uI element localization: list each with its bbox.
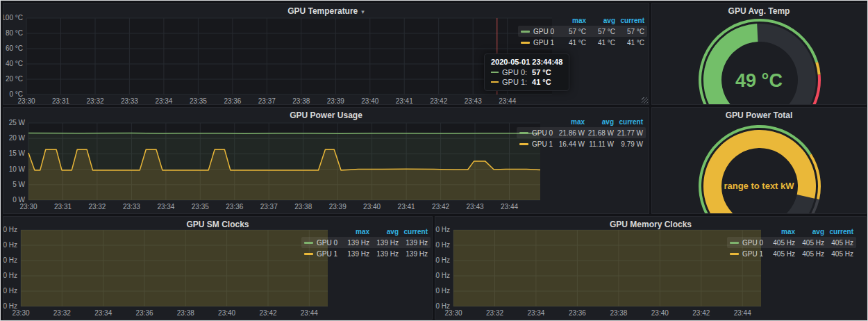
panel-title-gpu-memory-clocks[interactable]: GPU Memory Clocks: [435, 218, 866, 231]
panel-gpu-memory-clocks: GPU Memory Clocks 100 Hz80 Hz60 Hz40 Hz2…: [435, 216, 867, 320]
legend-series-label[interactable]: GPU 0: [730, 239, 766, 247]
gpu-sm-clocks-legend: maxavgcurrentGPU 0139 Hz139 Hz139 HzGPU …: [301, 226, 431, 259]
svg-text:23:34: 23:34: [155, 97, 172, 104]
gpu-power-total-gauge: [652, 122, 866, 213]
panel-title-text: GPU Power Total: [726, 110, 792, 120]
svg-text:23:40: 23:40: [361, 97, 378, 104]
legend-row: GPU 0139 Hz139 Hz139 Hz: [301, 237, 431, 248]
grafana-dashboard: GPU Temperature▾ 100 °C80 °C60 °C40 °C20…: [0, 0, 868, 321]
svg-text:60 Hz: 60 Hz: [435, 256, 450, 264]
svg-text:23:43: 23:43: [466, 203, 483, 211]
legend-column-header[interactable]: avg: [586, 17, 615, 24]
svg-text:23:40: 23:40: [651, 309, 669, 317]
legend-series-label[interactable]: GPU 0: [519, 129, 556, 137]
legend-value: 139 Hz: [399, 239, 428, 247]
svg-text:23:32: 23:32: [88, 203, 106, 211]
panel-title-gpu-sm-clocks[interactable]: GPU SM Clocks: [3, 218, 432, 231]
legend-value: 139 Hz: [340, 239, 369, 247]
svg-text:23:42: 23:42: [692, 309, 710, 317]
svg-text:60 °C: 60 °C: [6, 44, 23, 52]
legend-value: 41 °C: [586, 39, 615, 47]
chevron-down-icon: ▾: [361, 8, 365, 15]
panel-title-gpu-avg-temp[interactable]: GPU Avg. Temp: [652, 5, 866, 17]
svg-text:23:34: 23:34: [527, 309, 544, 317]
svg-text:40 °C: 40 °C: [6, 60, 23, 67]
legend-value: 21.68 W: [585, 129, 614, 137]
legend-value: 21.86 W: [556, 129, 585, 137]
legend-value: 139 Hz: [369, 250, 399, 258]
svg-text:20 Hz: 20 Hz: [3, 287, 17, 295]
svg-text:15 W: 15 W: [9, 149, 26, 157]
legend-series-label[interactable]: GPU 0: [304, 239, 340, 247]
legend-series-label[interactable]: GPU 1: [519, 140, 556, 148]
tooltip-series-value: 57 °C: [532, 68, 551, 76]
svg-text:23:42: 23:42: [259, 309, 276, 317]
svg-text:23:42: 23:42: [432, 203, 449, 211]
panel-title-text: GPU Avg. Temp: [728, 6, 790, 16]
panel-title-text: GPU Memory Clocks: [610, 220, 692, 229]
tooltip-timestamp: 2020-05-01 23:44:48: [491, 58, 562, 66]
legend-value: 9.79 W: [614, 140, 643, 148]
gauge-value: range to text kW: [652, 181, 866, 191]
svg-text:23:39: 23:39: [327, 97, 344, 104]
legend-series-label[interactable]: GPU 1: [730, 250, 766, 258]
svg-text:23:30: 23:30: [17, 97, 35, 104]
svg-text:23:37: 23:37: [260, 203, 278, 211]
legend-value: 16.44 W: [556, 140, 585, 148]
legend-value: 405 Hz: [824, 239, 853, 247]
legend-row: GPU 057 °C57 °C57 °C: [518, 26, 647, 37]
legend-row: GPU 021.86 W21.68 W21.77 W: [517, 127, 646, 138]
svg-text:23:38: 23:38: [292, 97, 310, 104]
svg-text:80 °C: 80 °C: [6, 29, 23, 37]
svg-text:23:30: 23:30: [12, 309, 29, 317]
svg-text:23:44: 23:44: [499, 97, 516, 104]
legend-value: 139 Hz: [369, 239, 399, 247]
legend-value: 405 Hz: [766, 250, 795, 258]
svg-text:20 W: 20 W: [9, 134, 26, 142]
svg-text:23:34: 23:34: [157, 203, 174, 211]
legend-column-header[interactable]: current: [615, 17, 644, 24]
svg-text:60 Hz: 60 Hz: [3, 256, 17, 264]
legend-series-label[interactable]: GPU 0: [521, 28, 557, 35]
svg-text:80 Hz: 80 Hz: [3, 241, 17, 249]
series-swatch: [491, 72, 499, 73]
graph-tooltip: 2020-05-01 23:44:48 GPU 0: 57 °C GPU 1: …: [484, 54, 569, 91]
panel-title-gpu-power-total[interactable]: GPU Power Total: [652, 109, 866, 122]
legend-value: 405 Hz: [795, 250, 824, 258]
legend-column-header[interactable]: max: [557, 17, 586, 24]
svg-text:23:30: 23:30: [444, 309, 462, 317]
legend-value: 139 Hz: [340, 250, 369, 258]
gpu-memory-clocks-legend: maxavgcurrentGPU 0405 Hz405 Hz405 HzGPU …: [727, 226, 856, 259]
legend-value: 139 Hz: [399, 250, 428, 258]
svg-text:23:39: 23:39: [329, 203, 347, 211]
legend-value: 57 °C: [586, 28, 615, 35]
svg-text:23:36: 23:36: [569, 309, 586, 317]
tooltip-row: GPU 1: 41 °C: [491, 78, 562, 86]
panel-title-gpu-temperature[interactable]: GPU Temperature▾: [3, 5, 649, 17]
svg-text:40 Hz: 40 Hz: [435, 272, 450, 279]
svg-text:23:41: 23:41: [396, 97, 413, 104]
svg-text:23:35: 23:35: [190, 97, 207, 104]
legend-series-label[interactable]: GPU 1: [521, 39, 557, 47]
svg-text:23:38: 23:38: [294, 203, 312, 211]
svg-text:10 W: 10 W: [9, 165, 26, 173]
panel-title-gpu-power-usage[interactable]: GPU Power Usage: [3, 109, 649, 122]
svg-text:23:44: 23:44: [501, 203, 518, 211]
legend-row: GPU 141 °C41 °C41 °C: [518, 37, 647, 48]
legend-value: 11.11 W: [585, 140, 614, 148]
legend-value: 405 Hz: [766, 239, 795, 247]
svg-text:23:36: 23:36: [135, 309, 153, 317]
panel-title-text: GPU Power Usage: [290, 110, 362, 120]
legend-value: 405 Hz: [795, 239, 824, 247]
tooltip-row: GPU 0: 57 °C: [491, 68, 562, 76]
legend-value: 57 °C: [615, 28, 644, 35]
resize-handle[interactable]: [642, 97, 648, 104]
legend-series-label[interactable]: GPU 1: [304, 250, 340, 258]
svg-text:23:31: 23:31: [54, 203, 72, 211]
svg-text:23:38: 23:38: [177, 309, 194, 317]
svg-text:23:40: 23:40: [363, 203, 381, 211]
svg-text:23:42: 23:42: [430, 97, 447, 104]
svg-text:23:40: 23:40: [218, 309, 235, 317]
legend-value: 21.77 W: [614, 129, 643, 137]
svg-text:23:34: 23:34: [94, 309, 112, 317]
